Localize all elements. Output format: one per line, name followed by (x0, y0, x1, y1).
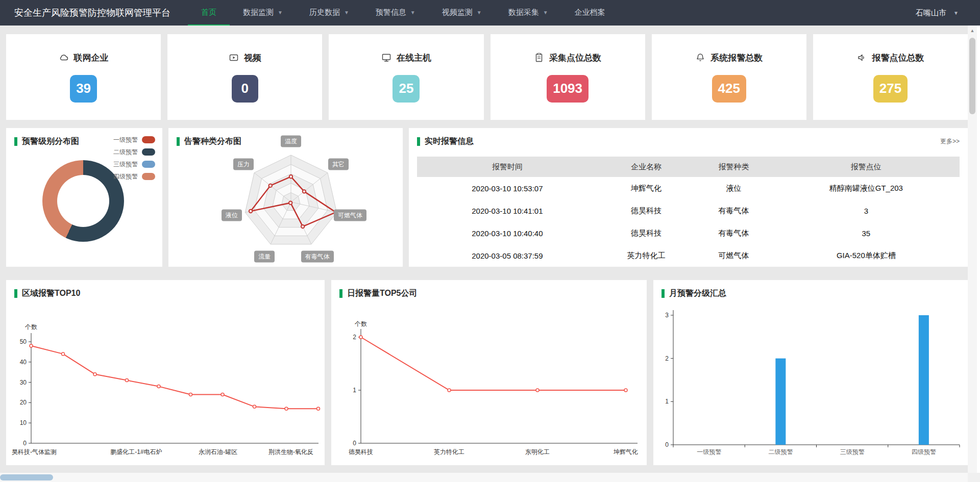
cell-alarm-point: 3 (773, 199, 960, 222)
legend-label: 三级预警 (113, 160, 138, 169)
cell-alarm-point: 35 (773, 222, 960, 244)
nav-item-warning-info[interactable]: 预警信息 ▼ (362, 0, 429, 26)
alarm-type-panel: 告警种类分布图 温度其它可燃气体有毒气体流量液位压力 (168, 128, 403, 267)
vertical-scrollbar-thumb[interactable] (969, 38, 975, 114)
middle-row: 预警级别分布图 一级预警 二级预警 三级预警 四级预警 (6, 128, 968, 267)
region-top10-panel: 区域报警TOP10 个数01020304050昊科技-气体监测鹏盛化工-1#电石… (6, 280, 325, 465)
chevron-down-icon: ▼ (410, 10, 415, 15)
nav-item-label: 预警信息 (376, 8, 406, 17)
nav-menu: 首页 数据监测 ▼ 历史数据 ▼ 预警信息 ▼ 视频监测 ▼ 数据采集 ▼ 企业… (188, 0, 619, 26)
svg-text:2: 2 (665, 355, 669, 362)
svg-text:三级预警: 三级预警 (840, 448, 865, 455)
radar-axis-label: 可燃气体 (334, 210, 366, 221)
nav-item-data-collection[interactable]: 数据采集 ▼ (495, 0, 561, 26)
nav-item-label: 首页 (201, 8, 216, 17)
svg-text:东明化工: 东明化工 (525, 448, 550, 455)
legend-swatch (142, 161, 155, 168)
nav-item-enterprise-archives[interactable]: 企业档案 (561, 0, 619, 26)
table-row[interactable]: 2020-03-10 10:53:07 坤辉气化 液位 精醇南罐液位GT_203 (417, 177, 960, 199)
svg-text:英力特化工: 英力特化工 (434, 448, 464, 455)
svg-text:坤辉气化: 坤辉气化 (614, 448, 638, 455)
region-label: 石嘴山市 (916, 8, 946, 18)
panel-title: 预警级别分布图 (22, 136, 79, 147)
nav-item-home[interactable]: 首页 (188, 0, 230, 26)
col-alarm-type: 报警种类 (695, 157, 772, 177)
stat-card-system-alarms: 系统报警总数 425 (652, 34, 806, 120)
alarm-table: 报警时间 企业名称 报警种类 报警点位 2020-03-10 10:53:07 … (417, 157, 960, 267)
svg-text:1: 1 (665, 398, 669, 405)
stat-card-videos: 视频 0 (167, 34, 322, 120)
col-alarm-point: 报警点位 (773, 157, 960, 177)
svg-text:1: 1 (353, 387, 356, 394)
legend-item: 三级预警 (113, 160, 155, 169)
table-row[interactable]: 2020-03-05 08:37:59 英力特化工 可燃气体 GIA-520单体… (417, 244, 960, 267)
svg-text:0: 0 (353, 440, 356, 447)
nav-item-label: 视频监测 (442, 8, 473, 17)
vertical-scrollbar[interactable]: ▲ (968, 26, 977, 473)
daily-top5-panel: 日报警量TOP5公司 个数012德昊科技英力特化工东明化工坤辉气化 (331, 280, 647, 465)
monthly-warning-bar-chart: 0123一级预警二级预警三级预警四级预警 (653, 280, 968, 465)
svg-text:30: 30 (20, 379, 27, 386)
panel-title: 日报警量TOP5公司 (347, 288, 418, 299)
radar-axis-label: 压力 (233, 158, 254, 170)
svg-text:0: 0 (665, 441, 669, 448)
daily-top5-line-chart: 个数012德昊科技英力特化工东明化工坤辉气化 (331, 280, 647, 465)
cloud-icon (59, 53, 69, 63)
svg-text:四级预警: 四级预警 (912, 448, 936, 455)
stat-label: 联网企业 (74, 52, 109, 64)
table-row[interactable]: 2020-03-10 10:41:01 德昊科技 有毒气体 3 (417, 199, 960, 222)
stat-value-badge: 1093 (547, 75, 589, 103)
realtime-alarms-panel: 实时报警信息 更多>> 报警时间 企业名称 报警种类 报警点位 2020-03-… (409, 128, 968, 267)
svg-text:10: 10 (20, 419, 27, 426)
svg-text:50: 50 (20, 338, 27, 345)
nav-item-video-monitoring[interactable]: 视频监测 ▼ (429, 0, 495, 26)
panel-marker (339, 289, 342, 298)
stat-value-badge: 39 (70, 75, 97, 103)
legend-swatch (142, 148, 155, 156)
chevron-down-icon: ▼ (953, 10, 959, 16)
chevron-down-icon: ▼ (543, 10, 548, 15)
cell-alarm-time: 2020-03-10 10:53:07 (417, 177, 598, 199)
svg-text:永润石油-罐区: 永润石油-罐区 (199, 448, 237, 455)
stat-value-badge: 425 (712, 75, 746, 103)
more-link[interactable]: 更多>> (940, 137, 960, 146)
panel-title: 实时报警信息 (425, 136, 474, 147)
nav-item-label: 企业档案 (575, 8, 605, 17)
panel-marker (14, 137, 17, 146)
svg-text:0: 0 (23, 440, 27, 447)
svg-text:2: 2 (353, 334, 356, 341)
panel-marker (14, 289, 17, 298)
legend-item: 二级预警 (113, 147, 155, 157)
donut-hole (57, 175, 109, 227)
svg-text:20: 20 (20, 399, 27, 406)
panel-title: 告警种类分布图 (184, 136, 241, 147)
svg-text:荆洪生物-氧化反: 荆洪生物-氧化反 (268, 448, 313, 455)
nav-item-history-data[interactable]: 历史数据 ▼ (296, 0, 362, 26)
legend-swatch (142, 173, 155, 180)
table-row[interactable]: 2020-03-10 10:40:40 德昊科技 有毒气体 35 (417, 222, 960, 244)
cell-enterprise-name: 德昊科技 (598, 199, 695, 222)
svg-text:二级预警: 二级预警 (768, 448, 793, 455)
alarm-table-header: 报警时间 企业名称 报警种类 报警点位 (417, 157, 960, 177)
cell-alarm-type: 可燃气体 (695, 244, 772, 267)
bottom-row: 区域报警TOP10 个数01020304050昊科技-气体监测鹏盛化工-1#电石… (6, 280, 968, 465)
monthly-warning-panel: 月预警分级汇总 0123一级预警二级预警三级预警四级预警 (653, 280, 968, 465)
svg-text:3: 3 (665, 312, 669, 319)
monitor-icon (381, 53, 391, 63)
stat-card-collection-points: 采集点位总数 1093 (491, 34, 645, 120)
nav-item-label: 数据监测 (243, 8, 274, 17)
nav-item-label: 数据采集 (508, 8, 539, 17)
stat-label: 在线主机 (397, 52, 431, 64)
stat-label: 报警点位总数 (872, 52, 924, 64)
stat-value-badge: 0 (232, 75, 258, 103)
horizontal-scrollbar[interactable] (0, 473, 968, 482)
cell-enterprise-name: 德昊科技 (598, 222, 695, 244)
cell-alarm-time: 2020-03-10 10:41:01 (417, 199, 598, 222)
dashboard-page: 联网企业 39 视频 0 在线主机 25 (0, 26, 968, 473)
horizontal-scrollbar-thumb[interactable] (0, 474, 53, 480)
scroll-up-arrow[interactable]: ▲ (968, 26, 977, 36)
svg-text:鹏盛化工-1#电石炉: 鹏盛化工-1#电石炉 (110, 448, 162, 455)
speaker-icon (856, 53, 867, 63)
region-selector[interactable]: 石嘴山市 ▼ (916, 8, 972, 18)
nav-item-data-monitoring[interactable]: 数据监测 ▼ (230, 0, 296, 26)
